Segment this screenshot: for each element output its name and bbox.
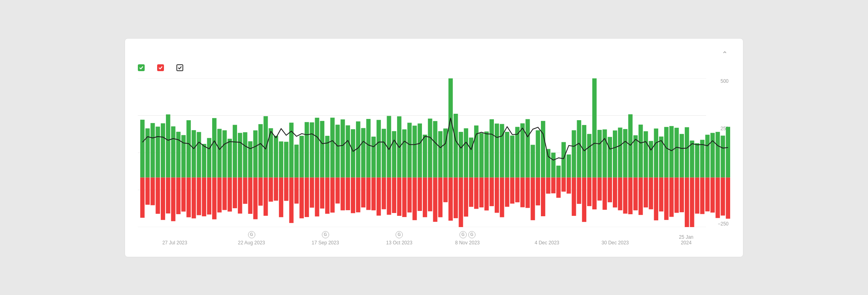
legend bbox=[138, 64, 730, 71]
google-marker-nov1: G bbox=[459, 231, 467, 238]
legend-item-change[interactable] bbox=[176, 64, 186, 71]
google-marker-nov2: G bbox=[468, 231, 475, 238]
x-label-dec4: 4 Dec 2023 bbox=[534, 240, 559, 246]
x-label-dec30: 30 Dec 2023 bbox=[602, 240, 629, 246]
x-label-aug22: G 22 Aug 2023 bbox=[238, 231, 265, 246]
x-label-jan25: 25 Jan 2024 bbox=[676, 234, 696, 246]
chart-canvas bbox=[138, 78, 733, 227]
legend-checkbox-lost bbox=[157, 64, 164, 71]
legend-item-new[interactable] bbox=[138, 64, 147, 71]
legend-checkbox-new bbox=[138, 64, 145, 71]
chart-area: 500 250 0 −250 27 Jul 2023 G bbox=[138, 78, 730, 247]
collapse-button[interactable]: ⌃ bbox=[719, 50, 730, 59]
google-marker-aug: G bbox=[248, 231, 255, 238]
legend-item-lost[interactable] bbox=[157, 64, 167, 71]
card-header: ⌃ bbox=[138, 50, 730, 59]
google-marker-sep: G bbox=[322, 231, 329, 238]
legend-checkbox-change bbox=[176, 64, 183, 71]
x-axis: 27 Jul 2023 G 22 Aug 2023 G 17 Sep 2023 … bbox=[138, 227, 706, 247]
x-label-sep17: G 17 Sep 2023 bbox=[312, 231, 339, 246]
x-label-jul27: 27 Jul 2023 bbox=[162, 240, 187, 246]
x-label-nov8: G G 8 Nov 2023 bbox=[455, 231, 479, 246]
x-label-oct13: G 13 Oct 2023 bbox=[386, 231, 412, 246]
google-marker-oct: G bbox=[395, 231, 403, 238]
chart-card: ⌃ 500 250 0 −250 bbox=[125, 38, 743, 257]
